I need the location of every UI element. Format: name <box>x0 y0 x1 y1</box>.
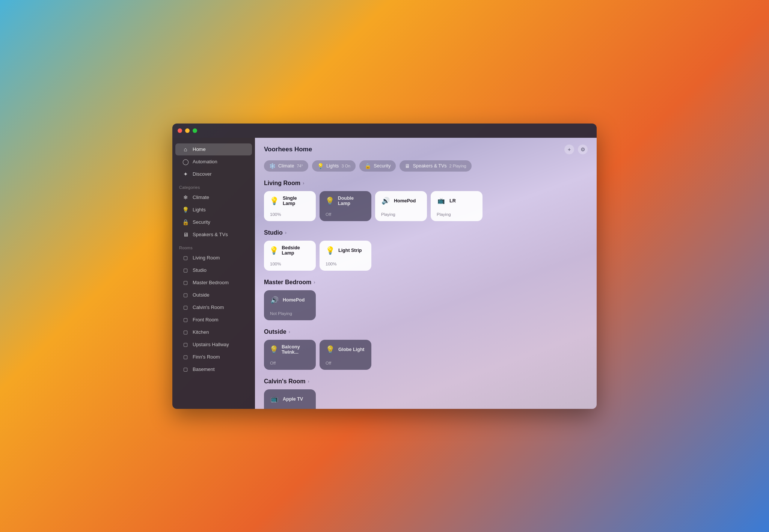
section-outside-header[interactable]: Outside › <box>264 329 588 335</box>
minimize-button[interactable] <box>185 128 190 133</box>
device-status: 100% <box>269 212 311 217</box>
device-name: HomePod <box>394 198 416 203</box>
living-room-icon: ▢ <box>182 255 189 261</box>
chevron-right-icon: › <box>303 180 304 186</box>
sidebar-item-kitchen[interactable]: ▢ Kitchen <box>175 326 252 338</box>
sidebar-item-lights-label: Lights <box>193 207 206 212</box>
basement-icon: ▢ <box>182 366 189 373</box>
device-status: 100% <box>325 262 366 266</box>
device-apple-tv-cr[interactable]: 📺 Apple TV Paused <box>264 389 316 409</box>
device-bedside-lamp[interactable]: 💡 Bedside Lamp 100% <box>264 241 316 271</box>
section-studio-header[interactable]: Studio › <box>264 229 588 236</box>
close-button[interactable] <box>178 128 182 133</box>
device-single-lamp[interactable]: 💡 Single Lamp 100% <box>264 191 316 221</box>
section-outside: Outside › 💡 Balcony Twink... Off 💡 <box>264 329 588 370</box>
living-room-device-grid: 💡 Single Lamp 100% 💡 Double Lamp Off <box>264 191 588 221</box>
device-status: 100% <box>269 262 311 266</box>
sidebar-item-master-bedroom-label: Master Bedroom <box>193 280 229 285</box>
sidebar-item-living-room[interactable]: ▢ Living Room <box>175 252 252 264</box>
bulb-off-icon: 💡 <box>325 196 335 205</box>
device-balcony-twink[interactable]: 💡 Balcony Twink... Off <box>264 340 316 370</box>
sidebar-item-upstairs-hallway-label: Upstairs Hallway <box>193 342 229 347</box>
sidebar-item-master-bedroom[interactable]: ▢ Master Bedroom <box>175 277 252 289</box>
bulb-off-icon: 💡 <box>326 345 335 354</box>
sidebar-item-discover-label: Discover <box>193 171 212 177</box>
section-calvins-room: Calvin's Room › 📺 Apple TV Paused <box>264 378 588 409</box>
appletv-icon: 📺 <box>271 395 278 402</box>
homepod-icon: 🔊 <box>381 197 390 205</box>
device-status: Not Playing <box>269 311 311 316</box>
chevron-right-icon: › <box>289 329 290 335</box>
device-light-strip[interactable]: 💡 Light Strip 100% <box>320 241 371 271</box>
studio-icon: ▢ <box>182 267 189 274</box>
section-living-room-header[interactable]: Living Room › <box>264 180 588 187</box>
maximize-button[interactable] <box>193 128 197 133</box>
section-master-bedroom: Master Bedroom › 🔊 HomePod Not Playing <box>264 279 588 320</box>
titlebar <box>172 124 597 138</box>
bulb-on-icon: 💡 <box>270 196 279 205</box>
pill-speakers-tvs-sub: 2 Playing <box>449 164 466 168</box>
device-status: Playing <box>380 212 422 217</box>
speakers-tvs-icon: 🖥 <box>182 231 189 238</box>
sidebar-item-outside[interactable]: ▢ Outside <box>175 289 252 301</box>
pill-security-label: Security <box>374 163 391 169</box>
device-name: Single Lamp <box>283 196 311 206</box>
pill-lights[interactable]: 💡 Lights 3 On <box>312 160 356 172</box>
pill-speakers-tvs-label: Speakers & TVs <box>413 163 446 169</box>
section-studio: Studio › 💡 Bedside Lamp 100% 💡 <box>264 229 588 271</box>
section-calvins-room-title: Calvin's Room <box>264 378 306 385</box>
sidebar-item-security-label: Security <box>193 219 210 225</box>
security-icon: 🔒 <box>182 219 189 226</box>
homepod-icon: 🔊 <box>270 296 279 304</box>
sidebar-item-front-room[interactable]: ▢ Front Room <box>175 314 252 326</box>
sidebar-item-finns-room[interactable]: ▢ Finn's Room <box>175 351 252 363</box>
device-homepod-lr[interactable]: 🔊 HomePod Playing <box>375 191 427 221</box>
sidebar-item-security[interactable]: 🔒 Security <box>175 216 252 228</box>
sidebar-item-automation[interactable]: ◯ Automation <box>175 156 252 168</box>
main-header: Voorhees Home + ⚙ <box>264 145 588 154</box>
sidebar-item-calvins-room[interactable]: ▢ Calvin's Room <box>175 301 252 313</box>
pill-lights-icon: 💡 <box>317 163 324 169</box>
pill-security[interactable]: 🔒 Security <box>359 160 396 172</box>
section-calvins-room-header[interactable]: Calvin's Room › <box>264 378 588 385</box>
sidebar-item-studio[interactable]: ▢ Studio <box>175 264 252 276</box>
pill-speakers-tvs[interactable]: 🖥 Speakers & TVs 2 Playing <box>400 160 471 172</box>
device-name: LR <box>449 198 456 203</box>
master-bedroom-icon: ▢ <box>182 279 189 286</box>
device-name: Balcony Twink... <box>282 344 311 355</box>
sidebar: ⌂ Home ◯ Automation ✦ Discover Categorie… <box>172 138 255 409</box>
device-status: Off <box>325 212 366 217</box>
device-homepod-mb[interactable]: 🔊 HomePod Not Playing <box>264 290 316 320</box>
sidebar-item-speakers-tvs[interactable]: 🖥 Speakers & TVs <box>175 229 252 241</box>
device-lr-tv[interactable]: 📺 LR Playing <box>431 191 483 221</box>
device-name: Globe Light <box>338 347 364 352</box>
bulb-on-icon: 💡 <box>326 246 335 255</box>
sidebar-item-basement[interactable]: ▢ Basement <box>175 363 252 375</box>
rooms-label: Rooms <box>172 241 255 252</box>
automation-icon: ◯ <box>182 158 189 165</box>
section-studio-title: Studio <box>264 229 283 236</box>
home-icon: ⌂ <box>182 146 189 153</box>
device-double-lamp[interactable]: 💡 Double Lamp Off <box>320 191 371 221</box>
add-button[interactable]: + <box>564 145 574 154</box>
chevron-right-icon: › <box>285 230 286 235</box>
device-name: HomePod <box>283 297 305 303</box>
sidebar-item-discover[interactable]: ✦ Discover <box>175 168 252 180</box>
bulb-off-icon: 💡 <box>269 345 279 354</box>
device-status: Playing <box>436 212 477 217</box>
device-name: Double Lamp <box>338 196 366 206</box>
settings-button[interactable]: ⚙ <box>578 145 588 154</box>
pill-climate-icon: ❄️ <box>269 163 276 169</box>
sidebar-item-lights[interactable]: 💡 Lights <box>175 204 252 216</box>
page-title: Voorhees Home <box>264 146 312 153</box>
device-status: Off <box>269 361 311 365</box>
categories-label: Categories <box>172 181 255 191</box>
device-status: Off <box>325 361 366 365</box>
sidebar-item-climate[interactable]: ❄ Climate <box>175 191 252 203</box>
device-globe-light[interactable]: 💡 Globe Light Off <box>320 340 371 370</box>
pill-speakers-tvs-icon: 🖥 <box>405 163 410 169</box>
section-master-bedroom-header[interactable]: Master Bedroom › <box>264 279 588 286</box>
pill-climate[interactable]: ❄️ Climate 74° <box>264 160 308 172</box>
sidebar-item-upstairs-hallway[interactable]: ▢ Upstairs Hallway <box>175 339 252 351</box>
sidebar-item-home[interactable]: ⌂ Home <box>175 143 252 155</box>
